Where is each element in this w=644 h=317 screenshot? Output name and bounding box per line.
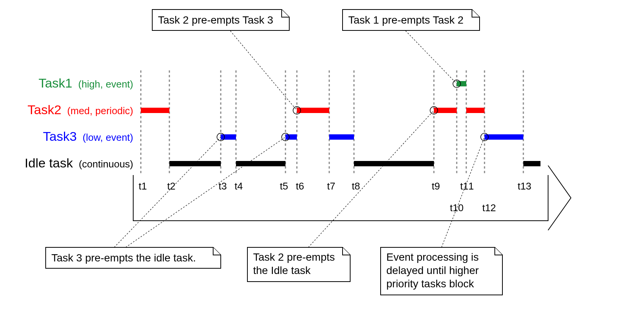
bars-task2 xyxy=(141,108,485,113)
svg-text:Task 3 pre-empts the idle task: Task 3 pre-empts the idle task. xyxy=(51,252,196,264)
row-label-task1: Task1 (high, event) xyxy=(38,76,133,90)
bars-task3 xyxy=(221,134,523,140)
svg-text:priority tasks block: priority tasks block xyxy=(386,278,474,290)
svg-text:Event processing is: Event processing is xyxy=(386,251,479,263)
svg-text:delayed until higher: delayed until higher xyxy=(386,264,479,276)
svg-text:Task 2 pre-empts: Task 2 pre-empts xyxy=(253,251,335,263)
row-label-idle: Idle task (continuous) xyxy=(25,156,133,170)
callout-leaders xyxy=(114,29,488,247)
svg-text:Task 2 pre-empts Task 3: Task 2 pre-empts Task 3 xyxy=(158,14,273,26)
svg-rect-15 xyxy=(297,108,329,113)
svg-text:t2: t2 xyxy=(167,180,175,192)
svg-text:Task 1 pre-empts Task 2: Task 1 pre-empts Task 2 xyxy=(348,14,464,26)
tick-labels: t1 t2 t3 t4 t5 t6 t7 t8 t9 t11 t13 t10 t… xyxy=(139,180,531,213)
callout-note-4: Task 2 pre-empts the Idle task xyxy=(247,247,350,282)
svg-text:t4: t4 xyxy=(234,180,243,192)
time-axis xyxy=(133,166,571,230)
svg-rect-20 xyxy=(329,134,354,140)
svg-rect-24 xyxy=(354,161,434,166)
svg-line-49 xyxy=(442,137,485,247)
svg-text:t8: t8 xyxy=(352,180,360,192)
svg-rect-19 xyxy=(285,134,297,140)
svg-text:t12: t12 xyxy=(482,202,496,213)
bars-task1 xyxy=(457,81,466,86)
svg-rect-18 xyxy=(221,134,236,140)
svg-line-39 xyxy=(228,29,297,110)
svg-rect-21 xyxy=(485,134,523,140)
row-label-task2: Task2 (med, periodic) xyxy=(27,102,133,117)
svg-rect-14 xyxy=(141,108,169,113)
svg-line-45 xyxy=(126,137,285,247)
svg-line-47 xyxy=(308,110,434,247)
svg-text:t5: t5 xyxy=(280,180,288,192)
svg-text:t10: t10 xyxy=(450,202,464,213)
svg-line-41 xyxy=(403,29,457,84)
svg-text:t3: t3 xyxy=(218,180,227,192)
svg-rect-23 xyxy=(236,161,285,166)
svg-text:t7: t7 xyxy=(327,180,335,192)
svg-text:the Idle task: the Idle task xyxy=(253,264,311,276)
svg-text:t6: t6 xyxy=(296,180,304,192)
svg-text:t1: t1 xyxy=(139,180,147,192)
svg-line-43 xyxy=(114,137,221,247)
svg-rect-13 xyxy=(457,81,466,86)
row-label-task3: Task3 (low, event) xyxy=(43,129,133,143)
callout-note-3: Task 3 pre-empts the idle task. xyxy=(46,247,221,268)
svg-rect-17 xyxy=(466,108,485,113)
callout-note-1: Task 2 pre-empts Task 3 xyxy=(152,10,289,30)
callout-note-2: Task 1 pre-empts Task 2 xyxy=(343,10,480,30)
svg-text:t9: t9 xyxy=(432,180,440,192)
svg-text:t13: t13 xyxy=(518,180,531,192)
callout-note-5: Event processing is delayed until higher… xyxy=(381,247,502,295)
svg-rect-25 xyxy=(523,161,540,166)
